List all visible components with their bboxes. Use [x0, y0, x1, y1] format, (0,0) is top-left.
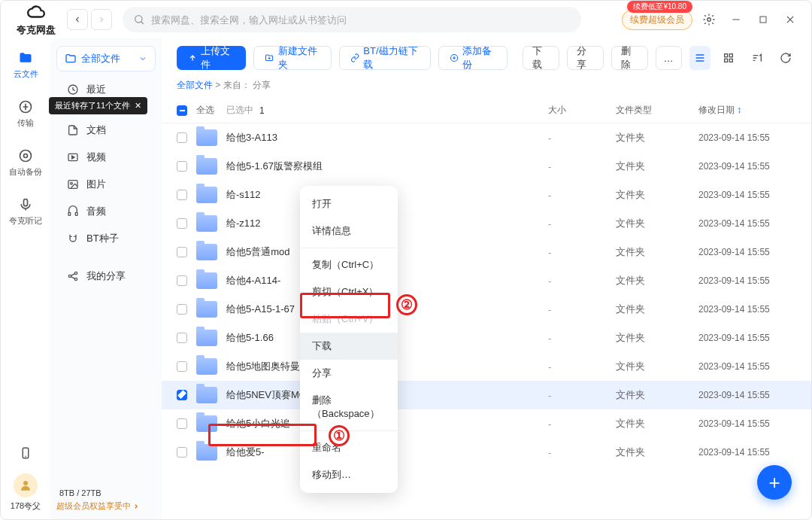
file-name: 给他3-A113 [226, 131, 548, 144]
folder-icon [196, 272, 217, 289]
svg-point-13 [23, 481, 28, 485]
row-checkbox[interactable] [177, 304, 187, 315]
sidebar-docs[interactable]: 文档 [56, 117, 156, 144]
rail-backup[interactable]: 自动备份 [8, 142, 43, 184]
file-row[interactable]: 给他3-A113-文件夹2023-09-14 15:55 [162, 123, 811, 152]
file-type: 文件夹 [616, 245, 698, 259]
list-icon [694, 52, 706, 64]
delete-button[interactable]: 删除 [611, 46, 648, 70]
close-button[interactable] [780, 9, 801, 30]
ctx-move[interactable]: 移动到… [300, 461, 398, 488]
file-row[interactable]: 给他5NEV顶赛MOD-文件夹2023-09-14 15:55 [162, 381, 811, 409]
ctx-cut[interactable]: 剪切（Ctrl+X） [300, 278, 398, 306]
sidebar-video[interactable]: 视频 [56, 144, 156, 171]
rail-device[interactable] [8, 440, 43, 466]
file-row[interactable]: 给他5-A15-1-67-文件夹2023-09-14 15:55 [162, 295, 811, 324]
row-checkbox[interactable] [177, 132, 187, 143]
row-checkbox[interactable] [177, 447, 187, 458]
crumb-root[interactable]: 全部文件 [177, 80, 213, 90]
th-date[interactable]: 修改日期 ↕ [698, 104, 796, 117]
file-row[interactable]: 给他4-A114--文件夹2023-09-14 15:55 [162, 266, 811, 295]
refresh-button[interactable] [775, 46, 796, 70]
video-icon [67, 151, 79, 163]
storage-sub[interactable]: 超级会员权益享受中 [56, 500, 156, 512]
row-checkbox[interactable] [177, 247, 187, 257]
file-row[interactable]: 给他爱5--文件夹2023-09-14 15:55 [162, 438, 811, 467]
sidebar-bt[interactable]: BT种子 [56, 225, 156, 252]
mic-icon [18, 197, 33, 212]
th-all[interactable]: 全选 [196, 104, 214, 117]
audio-icon [67, 205, 79, 217]
svg-rect-19 [68, 212, 71, 215]
rail-transfer[interactable]: 传输 [8, 93, 43, 135]
ctx-copy[interactable]: 复制（Ctrl+C） [300, 251, 398, 278]
rail-cloud-files[interactable]: 云文件 [8, 44, 43, 86]
row-checkbox[interactable] [177, 418, 187, 429]
row-checkbox[interactable] [177, 275, 187, 286]
new-folder-button[interactable]: 新建文件夹 [253, 46, 332, 70]
sidebar-share[interactable]: 我的分享 [56, 263, 156, 290]
grid-icon [723, 52, 735, 64]
search-icon [133, 14, 145, 26]
rail-notes[interactable]: 夸克听记 [8, 191, 43, 233]
minimize-button[interactable] [726, 9, 747, 30]
settings-icon[interactable] [698, 9, 720, 30]
file-row[interactable]: 给他5-1.66-文件夹2023-09-14 15:55 [162, 324, 811, 352]
fab-add-button[interactable]: + [757, 465, 792, 500]
ctx-share[interactable]: 分享 [300, 360, 398, 387]
sidebar-recent[interactable]: 最近 最近转存了11个文件✕ [56, 76, 156, 103]
row-checkbox[interactable] [177, 333, 187, 343]
link-icon [350, 53, 359, 63]
grid-view-button[interactable] [718, 46, 739, 70]
th-type[interactable]: 文件类型 [616, 104, 698, 117]
more-button[interactable]: … [656, 46, 682, 70]
row-checkbox[interactable] [177, 361, 187, 372]
app-logo-icon [26, 2, 46, 22]
nav-forward-button[interactable] [91, 9, 112, 30]
file-row[interactable]: 给他5地图奥特曼-文件夹2023-09-14 15:55 [162, 352, 811, 381]
sidebar-audio[interactable]: 音频 [56, 198, 156, 225]
ctx-rename[interactable]: 重命名 [300, 434, 398, 461]
upload-button[interactable]: 上传文件 [177, 46, 246, 70]
maximize-button[interactable] [753, 9, 774, 30]
nav-back-button[interactable] [67, 9, 88, 30]
file-date: 2023-09-14 15:55 [698, 132, 796, 143]
file-row[interactable]: 给-z112-文件夹2023-09-14 15:55 [162, 209, 811, 238]
ctx-delete[interactable]: 删除（Backspace） [300, 387, 398, 427]
file-row[interactable]: 给他5小白光追-文件夹2023-09-14 15:55 [162, 409, 811, 438]
file-date: 2023-09-14 15:55 [698, 247, 796, 257]
svg-point-9 [24, 154, 28, 158]
folder-icon [196, 330, 217, 346]
bt-button[interactable]: BT/磁力链下载 [339, 46, 431, 70]
share-button[interactable]: 分享 [567, 46, 604, 70]
file-row[interactable]: 给-s112-文件夹2023-09-14 15:55 [162, 181, 811, 209]
row-checkbox[interactable] [177, 218, 187, 229]
ctx-paste: 粘贴（Ctrl+V） [300, 306, 398, 333]
sidebar: 全部文件 最近 最近转存了11个文件✕ 文档 视频 图片 音频 BT种子 [50, 38, 162, 519]
backup-button[interactable]: 添加备份 [438, 46, 508, 70]
tooltip-close[interactable]: ✕ [135, 101, 141, 111]
ctx-open[interactable]: 打开 [300, 190, 398, 217]
sidebar-image[interactable]: 图片 [56, 171, 156, 198]
file-row[interactable]: 给他5-1.67版警察模组-文件夹2023-09-14 15:55 [162, 152, 811, 181]
th-size[interactable]: 大小 [548, 104, 616, 117]
file-row[interactable]: 给他5普通mod-文件夹2023-09-14 15:55 [162, 238, 811, 266]
row-checkbox[interactable] [177, 390, 187, 400]
row-checkbox[interactable] [177, 161, 187, 172]
sort-button[interactable] [747, 46, 768, 70]
search-box[interactable] [123, 7, 581, 32]
promo-button[interactable]: 续费超级会员 [622, 10, 692, 30]
row-checkbox[interactable] [177, 190, 187, 200]
select-all-checkbox[interactable] [177, 105, 187, 116]
sidebar-all-files[interactable]: 全部文件 [56, 46, 156, 71]
avatar[interactable] [14, 473, 38, 497]
folder-icon [196, 415, 217, 432]
download-button[interactable]: 下载 [523, 46, 559, 70]
ctx-info[interactable]: 详情信息 [300, 217, 398, 245]
search-input[interactable] [151, 14, 571, 26]
clock-icon [67, 84, 79, 96]
chevron-down-icon [138, 54, 147, 63]
ctx-download[interactable]: 下载 [300, 333, 398, 360]
list-view-button[interactable] [689, 46, 710, 70]
file-date: 2023-09-14 15:55 [698, 333, 796, 343]
